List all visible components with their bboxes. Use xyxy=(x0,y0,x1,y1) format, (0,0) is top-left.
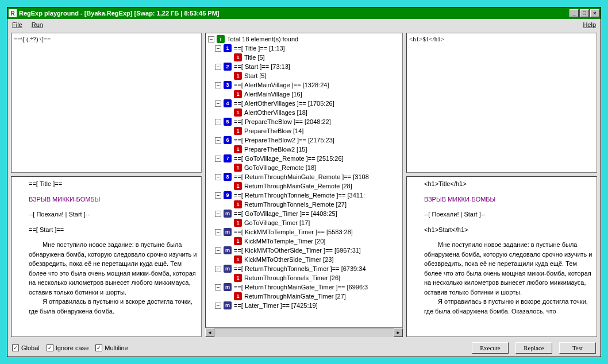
tree-row[interactable]: −9==[ ReturnThroughTonnels_Remote ]== [3… xyxy=(207,191,401,200)
tree-row[interactable]: −m==[ KickMMToTemple_Timer ]== [5583:28] xyxy=(207,227,401,237)
tree-row[interactable]: 1Title [5] xyxy=(207,53,401,62)
close-button[interactable]: × xyxy=(590,9,599,17)
tree-row[interactable]: −m==[ KickMMToOtherSide_Timer ]== [5967:… xyxy=(207,246,401,255)
expander-icon[interactable]: − xyxy=(215,192,221,199)
scroll-track[interactable] xyxy=(214,328,394,337)
multiline-checkbox[interactable]: ✓Multiline xyxy=(95,344,128,351)
expander-icon[interactable]: − xyxy=(215,211,221,217)
tree-row[interactable]: −m==[ ReturnThroughMainGate_Timer ]== [6… xyxy=(207,282,401,292)
replace-text: <h1>$1</h1> xyxy=(409,36,444,42)
tree-row[interactable]: −7==[ GoToVillage_Remote ]== [2515:26] xyxy=(207,154,401,163)
tree-label: GoToVillage_Timer [17] xyxy=(244,219,310,226)
tree-row[interactable]: 1GoToVillage_Timer [17] xyxy=(207,218,401,227)
tree-label: ==[ GoToVillage_Timer ]== [4408:25] xyxy=(234,210,337,217)
tree-row[interactable]: 1ReturnThroughMainGate_Remote [28] xyxy=(207,181,401,191)
expander-icon[interactable]: − xyxy=(215,247,221,254)
node-badge-icon: m xyxy=(224,210,232,218)
tree-row[interactable]: −m==[ Later_Timer ]== [7425:19] xyxy=(207,301,401,310)
node-badge-icon: 1 xyxy=(224,44,232,52)
tree-label: ==[ Title ]== [1:13] xyxy=(234,45,285,52)
tree-label: KickMMToOtherSide_Timer [23] xyxy=(244,256,333,263)
tree-row[interactable]: 1AlertMainVillage [16] xyxy=(207,90,401,99)
ignorecase-checkbox[interactable]: ✓Ignore case xyxy=(47,344,88,351)
tree-row[interactable]: −4==[ AlertOtherVillages ]== [1705:26] xyxy=(207,99,401,108)
node-badge-icon: 8 xyxy=(224,173,232,181)
source-panel[interactable]: ==[ Title ]== ВЗРЫВ МИККИ-БОМБЫ --[ Поех… xyxy=(11,176,202,337)
source-line: ==[ Title ]== xyxy=(29,179,198,189)
scroll-right-button[interactable]: ► xyxy=(394,328,403,337)
replace-input[interactable]: <h1>$1</h1> xyxy=(406,33,597,173)
tree-label: ==[ KickMMToTemple_Timer ]== [5583:28] xyxy=(234,229,353,235)
menu-file[interactable]: File xyxy=(12,21,22,28)
scroll-left-button[interactable]: ◄ xyxy=(205,328,214,337)
expander-icon[interactable]: − xyxy=(215,156,221,162)
tree-row[interactable]: −m==[ GoToVillage_Timer ]== [4408:25] xyxy=(207,209,401,218)
maximize-button[interactable]: □ xyxy=(580,9,589,17)
tree-row[interactable]: 1KickMMToTemple_Timer [20] xyxy=(207,237,401,246)
tree-row[interactable]: −8==[ ReturnThroughMainGate_Remote ]== [… xyxy=(207,172,401,181)
app-window: R RegExp playground - [Byaka.RegExp] [Sw… xyxy=(7,7,601,357)
tree-row[interactable]: 1GoToVillage_Remote [18] xyxy=(207,163,401,172)
test-button[interactable]: Test xyxy=(559,342,596,354)
expander-icon[interactable]: − xyxy=(215,229,221,235)
tree-row[interactable]: 1KickMMToOtherSide_Timer [23] xyxy=(207,255,401,264)
execute-button[interactable]: Execute xyxy=(472,342,509,354)
tree-row[interactable]: 1ReturnThroughMainGate_Timer [27] xyxy=(207,292,401,301)
check-icon: ✓ xyxy=(95,344,102,351)
global-checkbox[interactable]: ✓Global xyxy=(12,344,40,351)
match-tree[interactable]: −iTotal 18 element(s) found−1==[ Title ]… xyxy=(205,33,403,328)
result-line: ВЗРЫВ МИККИ-БОМБЫ xyxy=(424,195,593,204)
expander-icon[interactable]: − xyxy=(215,137,221,144)
expander-icon[interactable]: − xyxy=(215,303,221,309)
tree-label: ReturnThroughMainGate_Remote [28] xyxy=(244,183,352,189)
tree-row[interactable]: −iTotal 18 element(s) found xyxy=(207,34,401,44)
tree-row[interactable]: 1ReturnThroughTonnels_Remote [27] xyxy=(207,200,401,209)
tree-row[interactable]: −5==[ PrepareTheBlow ]== [2048:22] xyxy=(207,117,401,126)
expander-icon[interactable]: − xyxy=(215,64,221,70)
tree-label: Start [5] xyxy=(244,72,267,79)
result-panel[interactable]: <h1>Title</h1> ВЗРЫВ МИККИ-БОМБЫ --[ Пое… xyxy=(406,176,597,337)
tree-label: ReturnThroughTonnels_Timer [26] xyxy=(244,274,340,281)
tree-label: Total 18 element(s) found xyxy=(227,36,298,42)
tree-label: ==[ ReturnThroughTonnels_Timer ]== [6739… xyxy=(234,265,366,272)
tree-row[interactable]: 1PrepareTheBlow [14] xyxy=(207,126,401,135)
expander-icon[interactable]: − xyxy=(215,266,221,272)
node-badge-icon: 5 xyxy=(224,118,232,126)
tree-row[interactable]: 1Start [5] xyxy=(207,71,401,80)
node-badge-icon: 1 xyxy=(234,274,242,282)
tree-row[interactable]: 1PrepareTheBlow2 [15] xyxy=(207,145,401,154)
expander-icon[interactable]: − xyxy=(215,82,221,88)
tree-row[interactable]: −6==[ PrepareTheBlow2 ]== [2175:23] xyxy=(207,135,401,145)
expander-icon[interactable]: − xyxy=(215,45,221,52)
regex-input[interactable]: ==\[ (.*?) \]== xyxy=(11,33,202,173)
tree-row[interactable]: −1==[ Title ]== [1:13] xyxy=(207,44,401,53)
checkbox-label: Ignore case xyxy=(56,344,88,351)
horizontal-scrollbar[interactable]: ◄ ► xyxy=(205,328,403,337)
tree-row[interactable]: 1ReturnThroughTonnels_Timer [26] xyxy=(207,273,401,282)
node-badge-icon: m xyxy=(224,283,232,291)
expander-icon[interactable]: − xyxy=(215,174,221,180)
tree-label: ==[ ReturnThroughMainGate_Timer ]== [699… xyxy=(234,284,368,291)
node-badge-icon: 1 xyxy=(234,127,242,135)
tree-row[interactable]: −m==[ ReturnThroughTonnels_Timer ]== [67… xyxy=(207,264,401,273)
replace-button[interactable]: Replace xyxy=(515,342,552,354)
tree-label: KickMMToTemple_Timer [20] xyxy=(244,238,325,245)
tree-row[interactable]: −2==[ Start ]== [73:13] xyxy=(207,62,401,71)
expander-icon[interactable]: − xyxy=(215,100,221,107)
expander-icon[interactable]: − xyxy=(215,284,221,291)
node-badge-icon: m xyxy=(224,301,232,309)
node-badge-icon: m xyxy=(224,265,232,273)
tree-label: ==[ ReturnThroughMainGate_Remote ]== [31… xyxy=(234,173,369,180)
expander-icon[interactable]: − xyxy=(208,36,214,42)
node-badge-icon: 1 xyxy=(234,164,242,172)
tree-row[interactable]: −3==[ AlertMainVillage ]== [1328:24] xyxy=(207,80,401,90)
source-line: --[ Поехали! | Start ]-- xyxy=(29,210,198,219)
result-paragraph: Я отправилась в пустыню и вскоре достигл… xyxy=(424,297,593,316)
expander-icon[interactable]: − xyxy=(215,119,221,125)
menu-help[interactable]: Help xyxy=(583,21,596,28)
tree-label: ==[ GoToVillage_Remote ]== [2515:26] xyxy=(234,155,344,162)
tree-row[interactable]: 1AlertOtherVillages [18] xyxy=(207,108,401,117)
menu-run[interactable]: Run xyxy=(32,21,43,28)
minimize-button[interactable]: _ xyxy=(569,9,579,17)
tree-label: AlertOtherVillages [18] xyxy=(244,109,307,116)
